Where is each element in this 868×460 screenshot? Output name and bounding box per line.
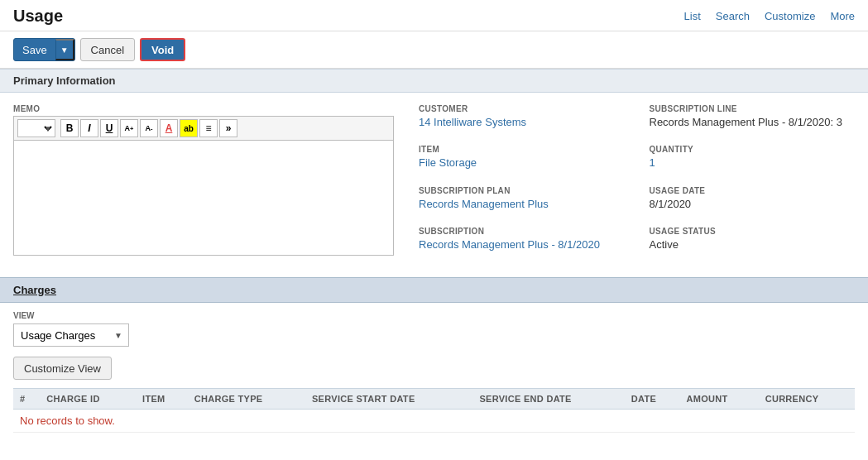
charges-header: Charges — [0, 277, 868, 303]
nav-search[interactable]: Search — [716, 10, 750, 22]
item-value[interactable]: File Storage — [419, 156, 625, 169]
col-charge-id: CHARGE ID — [40, 389, 136, 410]
usage-date-label: USAGE DATE — [650, 186, 856, 195]
view-label: VIEW — [13, 311, 855, 320]
quantity-value: 1 — [650, 156, 856, 169]
col-item: ITEM — [136, 389, 188, 410]
primary-info-header: Primary Information — [0, 69, 868, 93]
no-records-text: No records to show. — [20, 414, 115, 427]
subscription-value[interactable]: Records Management Plus - 8/1/2020 — [419, 238, 625, 251]
subscription-plan-label: SUBSCRIPTION PLAN — [419, 186, 625, 195]
charges-body: VIEW Usage Charges Customize View # CHAR… — [0, 303, 868, 441]
save-button-group: Save ▼ — [13, 38, 75, 61]
subscription-line-value: Records Management Plus - 8/1/2020: 3 — [650, 116, 856, 128]
subscription-line-label: SUBSCRIPTION LINE — [650, 104, 856, 113]
col-charge-type: CHARGE TYPE — [188, 389, 305, 410]
charges-section: Charges VIEW Usage Charges Customize Vie… — [0, 277, 868, 441]
charges-title: Charges — [13, 284, 56, 296]
save-dropdown-arrow[interactable]: ▼ — [55, 39, 74, 60]
charges-table-head: # CHARGE ID ITEM CHARGE TYPE SERVICE STA… — [13, 389, 855, 410]
subscription-plan-value[interactable]: Records Management Plus — [419, 198, 625, 210]
quantity-field: QUANTITY 1 — [650, 145, 856, 174]
font-select-wrapper — [17, 119, 59, 137]
underline-button[interactable]: U — [100, 119, 118, 137]
col-service-end-date: SERVICE END DATE — [472, 389, 624, 410]
col-currency: CURRENCY — [759, 389, 855, 410]
align-button[interactable]: ≡ — [199, 119, 218, 137]
void-button[interactable]: Void — [140, 38, 185, 61]
subscription-plan-field: SUBSCRIPTION PLAN Records Management Plu… — [419, 186, 625, 215]
page-title: Usage — [13, 7, 63, 26]
col-service-start-date: SERVICE START DATE — [305, 389, 472, 410]
usage-date-field: USAGE DATE 8/1/2020 — [650, 186, 856, 215]
view-dropdown-wrapper: Usage Charges — [13, 323, 129, 347]
item-label: ITEM — [419, 145, 625, 154]
nav-customize[interactable]: Customize — [765, 10, 815, 22]
toolbar: Save ▼ Cancel Void — [0, 31, 868, 69]
memo-toolbar: B I U A+ A- A ab ≡ » — [13, 116, 394, 140]
memo-area: MEMO B I U A+ A- A ab ≡ » — [13, 104, 394, 256]
item-field: ITEM File Storage — [419, 145, 625, 174]
font-style-select[interactable] — [17, 119, 55, 137]
col-amount: AMOUNT — [679, 389, 758, 410]
more-toolbar-button[interactable]: » — [219, 119, 237, 137]
memo-label: MEMO — [13, 104, 394, 113]
quantity-label: QUANTITY — [650, 145, 856, 154]
memo-editor[interactable] — [13, 140, 394, 256]
font-size-up-button[interactable]: A+ — [120, 119, 138, 137]
primary-info-section: MEMO B I U A+ A- A ab ≡ » — [0, 93, 868, 269]
nav-list[interactable]: List — [684, 10, 701, 22]
charges-table: # CHARGE ID ITEM CHARGE TYPE SERVICE STA… — [13, 388, 855, 433]
subscription-line-field: SUBSCRIPTION LINE Records Management Plu… — [650, 104, 856, 133]
usage-date-value: 8/1/2020 — [650, 198, 856, 210]
view-select[interactable]: Usage Charges — [13, 323, 129, 347]
subscription-field: SUBSCRIPTION Records Management Plus - 8… — [419, 227, 625, 256]
charges-table-body: No records to show. — [13, 410, 855, 433]
customer-value[interactable]: 14 Intelliware Systems — [419, 116, 625, 128]
customize-view-button[interactable]: Customize View — [13, 357, 112, 380]
subscription-label: SUBSCRIPTION — [419, 227, 625, 236]
usage-status-field: USAGE STATUS Active — [650, 227, 856, 256]
bold-button[interactable]: B — [60, 119, 79, 137]
font-size-down-button[interactable]: A- — [140, 119, 158, 137]
customer-field: CUSTOMER 14 Intelliware Systems — [419, 104, 625, 133]
view-select-wrapper: Usage Charges — [13, 323, 855, 347]
cancel-button[interactable]: Cancel — [80, 38, 135, 61]
info-grid: CUSTOMER 14 Intelliware Systems SUBSCRIP… — [419, 104, 855, 256]
charges-table-header-row: # CHARGE ID ITEM CHARGE TYPE SERVICE STA… — [13, 389, 855, 410]
nav-more[interactable]: More — [830, 10, 855, 22]
usage-status-value: Active — [650, 238, 856, 251]
top-bar: Usage List Search Customize More — [0, 0, 868, 31]
usage-status-label: USAGE STATUS — [650, 227, 856, 236]
no-records-cell: No records to show. — [13, 410, 855, 433]
no-records-row: No records to show. — [13, 410, 855, 433]
col-date: DATE — [625, 389, 680, 410]
highlight-button[interactable]: ab — [180, 119, 198, 137]
italic-button[interactable]: I — [80, 119, 98, 137]
save-button[interactable]: Save — [14, 39, 55, 60]
top-nav: List Search Customize More — [684, 10, 855, 22]
col-number: # — [13, 389, 40, 410]
customer-label: CUSTOMER — [419, 104, 625, 113]
font-color-button[interactable]: A — [160, 119, 178, 137]
